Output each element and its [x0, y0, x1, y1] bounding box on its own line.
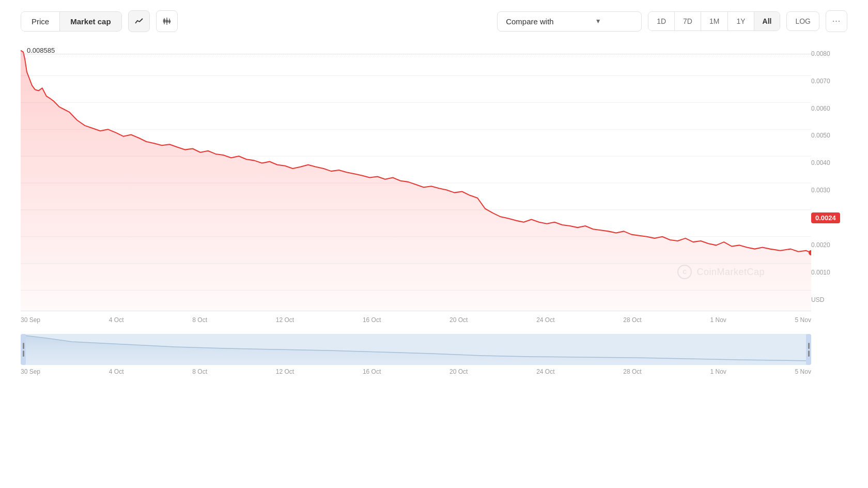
x-label-4oct: 4 Oct	[109, 316, 124, 324]
svg-rect-3	[166, 20, 167, 22]
y-label-0030: 0.0030	[811, 187, 847, 194]
tf-all[interactable]: All	[754, 12, 780, 30]
nav-x-24oct: 24 Oct	[536, 368, 554, 375]
handle-line-2	[23, 350, 24, 357]
svg-rect-1	[163, 20, 165, 22]
chevron-down-icon: ▼	[595, 18, 601, 25]
nav-x-30sep: 30 Sep	[21, 368, 40, 375]
navigator-selection	[21, 334, 811, 365]
y-label-0010: 0.0010	[811, 269, 847, 276]
compare-label: Compare with	[506, 17, 554, 26]
peak-value-label: 0.008585	[27, 47, 55, 54]
nav-x-12oct: 12 Oct	[276, 368, 294, 375]
navigator-x-axis: 30 Sep 4 Oct 8 Oct 12 Oct 16 Oct 20 Oct …	[21, 368, 811, 375]
chart-container: 0.008585	[0, 42, 868, 375]
cmc-watermark: C CoinMarketCap	[677, 264, 765, 280]
nav-x-20oct: 20 Oct	[450, 368, 468, 375]
x-label-28oct: 28 Oct	[623, 316, 641, 324]
y-label-0060: 0.0060	[811, 105, 847, 112]
x-label-16oct: 16 Oct	[363, 316, 381, 324]
navigator-track	[21, 334, 811, 365]
navigator: 30 Sep 4 Oct 8 Oct 12 Oct 16 Oct 20 Oct …	[21, 334, 847, 375]
x-label-8oct: 8 Oct	[192, 316, 207, 324]
navigator-handle-left[interactable]	[21, 334, 26, 365]
handle-line-4	[808, 350, 810, 357]
handle-line-3	[808, 343, 810, 349]
tf-1y[interactable]: 1Y	[728, 12, 754, 30]
log-button[interactable]: LOG	[786, 11, 819, 31]
x-label-30sep: 30 Sep	[21, 316, 40, 324]
y-label-0080: 0.0080	[811, 50, 847, 57]
x-label-12oct: 12 Oct	[276, 316, 294, 324]
price-marketcap-group: Price Market cap	[21, 11, 122, 32]
dotted-reference-line	[21, 54, 811, 54]
nav-x-5nov: 5 Nov	[795, 368, 811, 375]
x-label-1nov: 1 Nov	[710, 316, 726, 324]
y-label-0020: 0.0020	[811, 241, 847, 249]
y-label-0070: 0.0070	[811, 78, 847, 85]
nav-x-4oct: 4 Oct	[109, 368, 124, 375]
price-button[interactable]: Price	[21, 12, 60, 31]
nav-x-16oct: 16 Oct	[363, 368, 381, 375]
ellipsis-icon: ···	[832, 17, 841, 26]
nav-x-1nov: 1 Nov	[710, 368, 726, 375]
line-chart-icon[interactable]	[128, 10, 150, 32]
svg-text:C: C	[683, 269, 687, 275]
left-handle-lines	[23, 343, 24, 357]
svg-rect-5	[168, 21, 170, 22]
x-label-5nov: 5 Nov	[795, 316, 811, 324]
compare-dropdown[interactable]: Compare with ▼	[497, 11, 642, 32]
tf-1m[interactable]: 1M	[701, 12, 728, 30]
y-axis: 0.0080 0.0070 0.0060 0.0050 0.0040 0.003…	[811, 42, 847, 311]
candle-chart-icon[interactable]	[156, 10, 178, 32]
currency-label: USD	[811, 296, 847, 303]
handle-line-1	[23, 343, 24, 349]
x-label-20oct: 20 Oct	[450, 316, 468, 324]
y-label-0040: 0.0040	[811, 159, 847, 166]
chart-area: 0.008585	[21, 42, 847, 311]
navigator-handle-right[interactable]	[806, 334, 811, 365]
nav-x-28oct: 28 Oct	[623, 368, 641, 375]
y-label-0050: 0.0050	[811, 132, 847, 139]
timeframe-group: 1D 7D 1M 1Y All	[648, 11, 780, 31]
tf-7d[interactable]: 7D	[675, 12, 701, 30]
nav-x-8oct: 8 Oct	[192, 368, 207, 375]
chart-main: 0.008585	[21, 42, 811, 311]
cmc-brand-text: CoinMarketCap	[696, 267, 765, 278]
market-cap-button[interactable]: Market cap	[60, 12, 121, 31]
more-button[interactable]: ···	[826, 10, 847, 32]
toolbar: Price Market cap Compare with ▼ 1D 7D 1M…	[0, 0, 868, 42]
tf-1d[interactable]: 1D	[648, 12, 675, 30]
current-price-tag: 0.0024	[811, 212, 840, 223]
right-handle-lines	[808, 343, 810, 357]
x-label-24oct: 24 Oct	[536, 316, 554, 324]
x-axis: 30 Sep 4 Oct 8 Oct 12 Oct 16 Oct 20 Oct …	[21, 311, 811, 324]
